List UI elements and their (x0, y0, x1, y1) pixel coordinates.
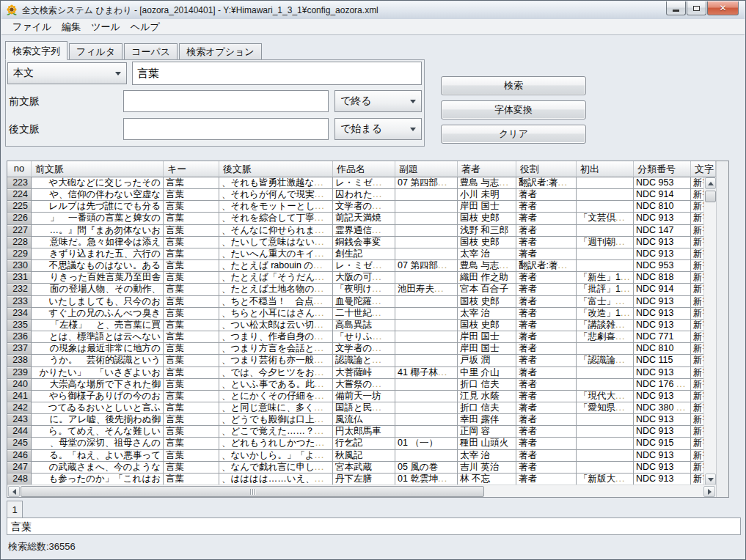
minimize-button[interactable] (666, 1, 686, 15)
scroll-right-button[interactable] (703, 486, 715, 497)
column-header-8[interactable]: 初出 (577, 161, 634, 177)
selected-key-field[interactable]: 言葉 (7, 517, 741, 535)
cell: の現象は最近非常に地方の (32, 343, 164, 355)
truncation-ellipsis: ... (676, 402, 686, 413)
result-set-tab[interactable]: 1 (7, 501, 23, 517)
menu-item-1[interactable]: 編集 (56, 19, 86, 35)
tab-3[interactable]: 検索オプション (179, 43, 262, 60)
table-row[interactable]: 228意味だ。急々如律令は添え言葉、たいして意味はない...銅銭会事変国枝 史郎… (7, 237, 716, 248)
prev-context-input[interactable] (123, 90, 329, 112)
scroll-down-button[interactable] (705, 474, 716, 485)
vertical-scroll-thumb[interactable] (705, 191, 716, 202)
arrow-left-icon (12, 489, 16, 495)
table-row[interactable]: 247の武蔵さまへ、今のような言葉、なんで戯れ言に申し...宮本武蔵05 風の巻… (7, 462, 716, 474)
close-button[interactable]: ✕ (707, 1, 739, 15)
menu-item-3[interactable]: ヘルプ (125, 19, 165, 35)
cell: 丹下左膳 (333, 474, 395, 485)
table-row[interactable]: 240大崇高な場所で下された御言葉、といふ事である。此...大嘗祭の...折口 … (7, 379, 716, 391)
tab-2[interactable]: コーパス (124, 43, 178, 60)
column-header-0[interactable]: no (7, 161, 32, 177)
table-row[interactable]: 242つてゐるおいとしいと言ふ言葉、と同じ意味に、多く...国語と民...折口 … (7, 402, 716, 414)
cell: 言葉 (164, 213, 219, 224)
table-row[interactable]: 248も参ったのか」「これはお言葉、はははは……いえ、...丹下左膳01 乾雲坤… (7, 474, 716, 485)
restore-button[interactable] (687, 1, 706, 15)
column-header-2[interactable]: キー (164, 161, 219, 177)
menu-item-0[interactable]: ファイル (7, 19, 56, 35)
search-button[interactable]: 検索 (441, 76, 586, 95)
table-body: 223や大砲などに交じったその言葉、それも皆勇壮激越な...レ・ミゼ...07 … (7, 177, 716, 485)
table-row[interactable]: 232面の登場人物、その動作、言葉、たとえば土地名物の...「夜明け...池田寿… (7, 284, 716, 295)
next-context-op-select[interactable]: で始まる (334, 118, 422, 140)
table-row[interactable]: 226」 一番頭の言葉と婢女の言葉、それを綜合して丁寧...前記天満焼国枝 史郎… (7, 213, 716, 224)
truncation-ellipsis: ... (314, 284, 323, 294)
prev-context-op-select[interactable]: で終る (334, 90, 422, 112)
cell: NDC 953 (634, 177, 691, 189)
column-header-4[interactable]: 作品名 (333, 161, 395, 177)
cell: NDC 810 (634, 343, 691, 355)
table-row[interactable]: 229きずり込まれた五、六行の言葉、たいへん重大のキイ...創生記太宰 治著者N… (7, 248, 716, 260)
truncation-ellipsis: ... (615, 355, 625, 365)
query-input[interactable] (132, 62, 422, 85)
horizontal-scrollbar[interactable] (7, 485, 716, 497)
table-row[interactable]: 223や大砲などに交じったその言葉、それも皆勇壮激越な...レ・ミゼ...07 … (7, 177, 716, 189)
table-row[interactable]: 233いたしましても、只今のお言葉、ちと不穏当！ 合点...血曼陀羅...国枝 … (7, 296, 716, 308)
table-row[interactable]: 235「左様」 と、売言葉に買言葉、つい松太郎は云い切...高島異誌国枝 史郎著… (7, 320, 716, 331)
clear-button[interactable]: クリア (441, 125, 586, 144)
cell: 太宰 治 (458, 450, 516, 462)
tab-0[interactable]: 検索文字列 (5, 41, 67, 60)
table-row[interactable]: 241やら御様子ありげの今のお言葉、とにかくその仔細を...備前天一坊江見 水蔭… (7, 391, 716, 402)
cell: 、どこで覚えた……？... (219, 426, 333, 438)
table-row[interactable]: 243に。アレ嘘、後先揃わぬ御言葉、どうでも殿御は口上...風流仏幸田 露伴著者… (7, 414, 716, 426)
cell: NDC 913 (634, 474, 691, 485)
table-row[interactable]: 238うか。 芸術的認識という言葉、つまり芸術も亦一般...認識論と...戸坂 … (7, 355, 716, 366)
table-row[interactable]: 246る。「ねえ、よい悪事って言葉、ないかしら。」「よ...秋風記太宰 治著者N… (7, 450, 716, 462)
truncation-ellipsis: ... (615, 474, 625, 484)
search-target-select[interactable]: 本文 (7, 62, 127, 84)
truncation-ellipsis: ... (372, 225, 381, 235)
cell: 大阪の可... (333, 272, 395, 284)
cell: 、たとえば rabouin の... (219, 260, 333, 272)
cell (577, 189, 634, 201)
cell: 言葉 (164, 189, 219, 201)
horizontal-scroll-thumb[interactable] (21, 486, 484, 497)
column-header-3[interactable]: 後文脈 (219, 161, 333, 177)
table-row[interactable]: 231りきった百姓言葉乃至田舎言葉、たとえば「そうだん...大阪の可...織田 … (7, 272, 716, 284)
table-row[interactable]: 244ら。てめえ、そんな難しい言葉、どこで覚えた……？...円太郎馬車正岡 容著… (7, 426, 716, 438)
table-row[interactable]: 237の現象は最近非常に地方の言葉、つまり方言を会話と...文学者の...岸田 … (7, 343, 716, 355)
column-header-9[interactable]: 分類番号 (634, 161, 691, 177)
column-header-1[interactable]: 前文脈 (32, 161, 164, 177)
table-row[interactable]: 239かりたい」 「いさぎよいお言葉、では、今夕ヒツをお...大菩薩峠41 椰子… (7, 367, 716, 379)
font-convert-button[interactable]: 字体変換 (441, 100, 586, 119)
cell: 、たいへん重大のキイ... (219, 248, 333, 260)
table-row[interactable]: 245、母堂の深切、祖母さんの言葉、どれもうれしかつた...行乞記01 （一）種… (7, 438, 716, 449)
results-table: no前文脈キー後文脈作品名副題著者役割初出分類番号文字 223や大砲などに交じっ… (7, 161, 729, 498)
cell: 翻訳者:著... (516, 177, 577, 189)
table-row[interactable]: 225レルブは先づ誰にでも分る言葉、それをモットーとし...文学者の...岸田 … (7, 201, 716, 213)
table-row[interactable]: 230不思議なものはない。ある言葉、たとえば rabouin の...レ・ミゼ.… (7, 260, 716, 272)
column-header-10[interactable]: 文字 (691, 161, 716, 177)
tab-1[interactable]: フィルタ (69, 43, 122, 60)
truncation-ellipsis: ... (314, 414, 323, 424)
scroll-left-button[interactable] (8, 486, 20, 497)
table-row[interactable]: 236とは、標準語とは云へない言葉、つまり、作者自身の...「せりふ...岸田 … (7, 331, 716, 343)
column-header-7[interactable]: 役割 (516, 161, 577, 177)
cell (395, 450, 458, 462)
scroll-up-button[interactable] (705, 177, 716, 189)
cell: 言葉 (164, 379, 219, 391)
cell: 言葉 (164, 225, 219, 237)
truncation-ellipsis: ... (372, 355, 381, 365)
table-row[interactable]: 224や、信仰の伴わない空虚な言葉、それらが何んで現実...囚われた...小川 … (7, 189, 716, 201)
table-row[interactable]: 234すぐ上の兄のふんべつ臭き言葉、ちらと小耳にはさん...二十世紀...太宰 … (7, 308, 716, 320)
cell: 国枝 史郎 (458, 320, 516, 331)
column-header-5[interactable]: 副題 (395, 161, 458, 177)
table-row[interactable]: 227…。』問『まあ勿体ないお言葉、そんなに仰せられま...霊界通信...浅野 … (7, 225, 716, 237)
cell: NDC 914 (634, 284, 691, 295)
truncation-ellipsis: ... (615, 320, 625, 330)
vertical-scrollbar[interactable] (703, 177, 716, 485)
truncation-ellipsis: ... (438, 177, 447, 188)
cell: きずり込まれた五、六行の (32, 248, 164, 260)
menu-item-2[interactable]: ツール (86, 19, 125, 35)
row-number-cell: 223 (7, 177, 32, 189)
column-header-6[interactable]: 著者 (458, 161, 516, 177)
next-context-input[interactable] (123, 118, 329, 140)
